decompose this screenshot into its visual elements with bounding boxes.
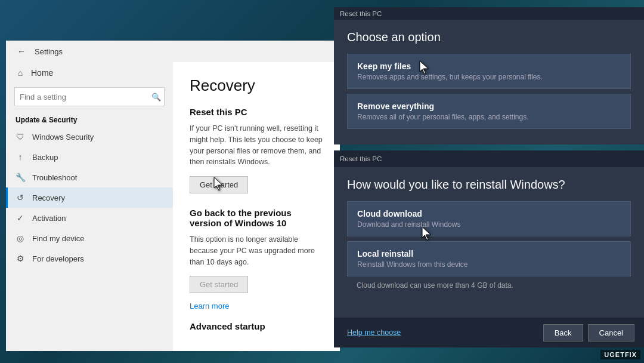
page-title: Recovery: [190, 76, 323, 95]
dialog1-heading: Choose an option: [347, 30, 631, 44]
go-back-desc: This option is no longer available becau…: [190, 234, 323, 267]
local-reinstall-title: Local reinstall: [357, 249, 621, 259]
sidebar-home-label: Home: [31, 68, 53, 78]
sidebar-item-find-my-device[interactable]: ◎ Find my device: [6, 228, 173, 248]
search-icon: 🔍: [151, 93, 161, 101]
dialog2-body: How would you like to reinstall Windows?…: [334, 167, 644, 318]
keep-files-option[interactable]: Keep my files Removes apps and settings,…: [347, 54, 631, 89]
settings-titlebar: ← Settings: [6, 41, 340, 62]
search-box: 🔍: [14, 87, 165, 106]
local-reinstall-option[interactable]: Local reinstall Reinstall Windows from t…: [347, 241, 631, 276]
back-button[interactable]: ←: [13, 43, 30, 60]
dialog1-body: Choose an option Keep my files Removes a…: [334, 20, 644, 144]
settings-window: ← Settings ⌂ Home 🔍 Update & Security 🛡 …: [6, 41, 340, 351]
sidebar-item-label: Windows Security: [32, 133, 94, 141]
sidebar-section-label: Update & Security: [6, 112, 173, 127]
sidebar: ⌂ Home 🔍 Update & Security 🛡 Windows Sec…: [6, 62, 173, 351]
reset-pc-title: Reset this PC: [190, 107, 323, 117]
backup-icon: ↑: [16, 152, 25, 162]
local-reinstall-desc: Reinstall Windows from this device: [357, 260, 621, 269]
cloud-download-desc: Download and reinstall Windows: [357, 220, 621, 229]
cloud-download-note: Cloud download can use more than 4 GB of…: [347, 281, 631, 296]
dialog1-titlebar: Reset this PC: [334, 7, 644, 20]
cancel-button[interactable]: Cancel: [588, 324, 634, 342]
dialog2-titlebar: Reset this PC: [334, 150, 644, 167]
settings-body: ⌂ Home 🔍 Update & Security 🛡 Windows Sec…: [6, 62, 340, 351]
sidebar-item-activation[interactable]: ✓ Activation: [6, 208, 173, 228]
sidebar-item-label: Backup: [32, 153, 58, 162]
watermark: UGETFIX: [600, 350, 640, 359]
dialog2-footer: Help me choose Back Cancel: [334, 318, 644, 347]
reset-pc-get-started-button[interactable]: Get started: [190, 176, 248, 193]
sidebar-item-troubleshoot[interactable]: 🔧 Troubleshoot: [6, 167, 173, 187]
cloud-download-title: Cloud download: [357, 209, 621, 219]
go-back-title: Go back to the previous version of Windo…: [190, 208, 323, 228]
remove-everything-option[interactable]: Remove everything Removes all of your pe…: [347, 94, 631, 129]
main-content: Recovery Reset this PC If your PC isn't …: [173, 62, 340, 351]
go-back-get-started-button[interactable]: Get started: [190, 276, 248, 293]
learn-more-link[interactable]: Learn more: [190, 302, 323, 310]
sidebar-item-label: Find my device: [32, 234, 84, 243]
keep-files-title: Keep my files: [357, 61, 621, 71]
sidebar-item-windows-security[interactable]: 🛡 Windows Security: [6, 127, 173, 147]
remove-everything-desc: Removes all of your personal files, apps…: [357, 113, 621, 121]
sidebar-item-label: Troubleshoot: [32, 173, 77, 182]
sidebar-item-backup[interactable]: ↑ Backup: [6, 147, 173, 167]
activation-icon: ✓: [16, 213, 25, 223]
sidebar-item-for-developers[interactable]: ⚙ For developers: [6, 248, 173, 269]
home-icon: ⌂: [16, 68, 25, 78]
dialog2-heading: How would you like to reinstall Windows?: [347, 178, 631, 192]
developers-icon: ⚙: [16, 254, 25, 263]
sidebar-item-label: Activation: [32, 214, 66, 223]
troubleshoot-icon: 🔧: [16, 173, 25, 182]
sidebar-item-recovery[interactable]: ↺ Recovery: [6, 187, 173, 208]
remove-everything-title: Remove everything: [357, 101, 621, 111]
reinstall-windows-dialog: Reset this PC How would you like to rein…: [334, 150, 644, 347]
shield-icon: 🛡: [16, 132, 25, 141]
reset-pc-desc: If your PC isn't running well, resetting…: [190, 123, 323, 168]
search-input[interactable]: [14, 87, 165, 106]
location-icon: ◎: [16, 233, 25, 243]
help-me-choose-link[interactable]: Help me choose: [343, 328, 538, 337]
choose-option-dialog: Reset this PC Choose an option Keep my f…: [334, 7, 644, 144]
recovery-icon: ↺: [16, 193, 25, 202]
sidebar-item-label: For developers: [32, 254, 84, 263]
sidebar-item-home[interactable]: ⌂ Home: [6, 62, 173, 84]
back-button[interactable]: Back: [543, 324, 583, 342]
settings-title: Settings: [35, 47, 63, 56]
advanced-startup-title: Advanced startup: [190, 321, 323, 331]
keep-files-desc: Removes apps and settings, but keeps you…: [357, 73, 621, 81]
sidebar-item-label: Recovery: [32, 193, 65, 202]
cloud-download-option[interactable]: Cloud download Download and reinstall Wi…: [347, 201, 631, 236]
